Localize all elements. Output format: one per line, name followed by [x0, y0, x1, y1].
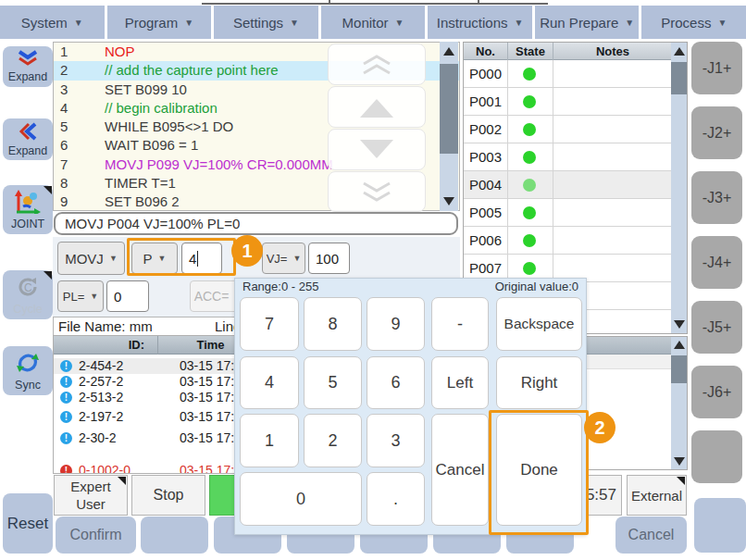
point-number: P005 — [469, 199, 502, 226]
menu-tab-settings[interactable]: Settings▼ — [214, 6, 318, 39]
cycle-mode-button[interactable]: C Cycle — [3, 270, 53, 319]
key-8[interactable]: 8 — [304, 297, 362, 351]
log-id: 2-197-2 — [79, 409, 123, 425]
points-scrollbar[interactable] — [671, 43, 687, 333]
scroll-down-button[interactable] — [328, 129, 426, 170]
callout-2-badge: 2 — [584, 412, 615, 443]
soft-key-blank[interactable] — [141, 516, 208, 554]
menu-tab-system[interactable]: System▼ — [0, 6, 105, 39]
expand-left-button[interactable]: Expand — [3, 118, 53, 160]
point-row[interactable]: P003 — [464, 143, 672, 171]
points-table-header: No. State Notes — [464, 43, 672, 60]
scroll-to-top-button[interactable] — [328, 44, 426, 85]
key-dot[interactable]: . — [367, 472, 425, 526]
confirm-button[interactable]: Confirm — [56, 516, 136, 554]
key-9[interactable]: 9 — [367, 297, 425, 351]
key-minus[interactable]: - — [431, 297, 489, 351]
scroll-arrow-up-icon[interactable] — [671, 47, 687, 56]
jog-button-j2[interactable]: -J2+ — [691, 106, 742, 159]
jog-button-j1[interactable]: -J1+ — [691, 42, 742, 94]
key-4[interactable]: 4 — [240, 356, 299, 409]
command-type-dropdown[interactable]: MOVJ▼ — [57, 242, 125, 275]
vj-value-input[interactable]: 100 — [308, 243, 350, 274]
keypad-range-label: Range:0 - 255 — [242, 280, 318, 295]
monitor-scrollbar[interactable] — [671, 337, 687, 469]
point-row[interactable]: P002 — [464, 116, 672, 143]
menu-tab-instructions[interactable]: Instructions▼ — [428, 6, 532, 39]
jog-button-j5[interactable]: -J5+ — [691, 301, 742, 354]
robot-joint-icon — [14, 190, 42, 217]
key-5[interactable]: 5 — [304, 356, 362, 409]
key-1[interactable]: 1 — [240, 414, 299, 467]
line-number: 6 — [54, 136, 84, 155]
expand-down-button[interactable]: Expand — [3, 46, 53, 87]
cancel-button[interactable]: Cancel — [615, 516, 687, 554]
external-mode-button[interactable]: External — [627, 475, 687, 516]
joint-mode-button[interactable]: JOINT — [3, 185, 53, 234]
instruction-preview-field[interactable]: MOVJ P004 VJ=100% PL=0 — [54, 212, 458, 235]
key-0[interactable]: 0 — [240, 472, 362, 526]
jog-button-j4[interactable]: -J4+ — [691, 236, 742, 289]
point-row[interactable]: P000 — [464, 60, 672, 88]
menu-tab-run-prepare[interactable]: Run Prepare▼ — [535, 6, 640, 39]
menu-tab-label: Run Prepare — [540, 15, 618, 31]
points-scrollbar-thumb[interactable] — [671, 62, 687, 94]
point-row[interactable]: P006 — [464, 227, 672, 255]
menu-tab-monitor[interactable]: Monitor▼ — [321, 6, 426, 39]
scroll-arrow-down-icon[interactable] — [671, 320, 687, 329]
key-2[interactable]: 2 — [304, 414, 362, 467]
soft-key-blank[interactable] — [694, 498, 746, 553]
key-right[interactable]: Right — [496, 356, 582, 409]
menu-tab-label: Instructions — [437, 15, 508, 31]
key-7[interactable]: 7 — [240, 297, 299, 351]
jog-blank-button[interactable] — [691, 430, 742, 483]
stop-button[interactable]: Stop — [131, 475, 205, 516]
menu-tab-process[interactable]: Process▼ — [641, 6, 746, 39]
key-cancel[interactable]: Cancel — [431, 414, 489, 526]
double-chevron-down-icon — [16, 50, 40, 69]
scroll-up-button[interactable] — [328, 86, 426, 128]
cycle-button-label: Cycle — [13, 303, 42, 316]
editor-scrollbar-thumb[interactable] — [440, 64, 458, 154]
jog-button-label: -J4+ — [702, 255, 732, 271]
submenu-corner-icon — [44, 271, 52, 280]
reset-button-label: Reset — [7, 515, 48, 533]
jog-button-j6[interactable]: -J6+ — [691, 366, 742, 418]
scroll-arrow-down-icon[interactable] — [440, 197, 458, 205]
user-level-button[interactable]: Expert User — [54, 475, 128, 516]
menu-tab-program[interactable]: Program▼ — [107, 6, 212, 39]
state-dot-icon — [523, 262, 536, 275]
key-6[interactable]: 6 — [367, 356, 425, 409]
pl-value-input[interactable]: 0 — [106, 280, 149, 312]
scroll-arrow-up-icon[interactable] — [440, 47, 458, 56]
line-text: // begin calibration — [84, 99, 218, 118]
point-row[interactable]: P004 — [464, 171, 672, 199]
editor-scrollbar[interactable] — [440, 42, 458, 211]
scroll-to-bottom-button[interactable] — [328, 171, 426, 212]
joint-button-label: JOINT — [11, 218, 44, 230]
double-chevron-up-icon — [358, 53, 395, 77]
line-text: MOVJ P099 VJ=100% CR=0.000MM — [84, 156, 333, 174]
submenu-corner-icon — [118, 477, 126, 485]
key-3[interactable]: 3 — [367, 414, 425, 467]
monitor-scrollbar-thumb[interactable] — [671, 355, 687, 383]
state-dot-icon — [523, 68, 536, 81]
pl-dropdown[interactable]: PL=▼ — [57, 280, 104, 312]
line-number: 1 — [54, 43, 84, 61]
log-id-column-header: ID: — [54, 336, 158, 355]
vj-dropdown[interactable]: VJ=▼ — [262, 243, 305, 274]
point-number: P000 — [469, 60, 502, 87]
info-icon: ! — [60, 376, 72, 388]
state-dot-icon — [523, 123, 536, 136]
jog-button-j3[interactable]: -J3+ — [691, 171, 742, 224]
reset-button[interactable]: Reset — [3, 493, 53, 554]
point-row[interactable]: P005 — [464, 199, 672, 227]
point-number: P003 — [469, 143, 502, 170]
sync-button[interactable]: Sync — [3, 346, 53, 395]
line-text: TIMER T=1 — [84, 174, 176, 193]
key-backspace[interactable]: Backspace — [496, 297, 582, 351]
scroll-arrow-up-icon[interactable] — [671, 341, 687, 349]
point-row[interactable]: P001 — [464, 88, 672, 116]
scroll-arrow-down-icon[interactable] — [671, 457, 687, 466]
key-left[interactable]: Left — [431, 356, 489, 409]
